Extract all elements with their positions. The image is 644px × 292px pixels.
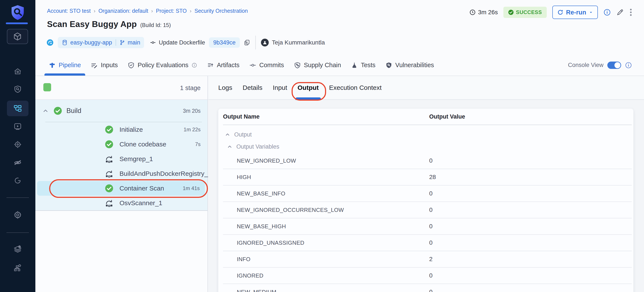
output-group-output[interactable]: Output (218, 128, 634, 140)
output-row-new_ignored_occurrences_low: NEW_IGNORED_OCCURRENCES_LOW0 (223, 202, 632, 218)
output-value: 0 (429, 157, 433, 164)
detail-tab-output[interactable]: Output (298, 76, 319, 100)
output-name: NEW_IGNORED_LOW (223, 158, 296, 164)
repo-branch-pill[interactable]: easy-buggy-app main (58, 37, 144, 48)
tab-vulnerabilities[interactable]: Vulnerabilities (386, 55, 434, 76)
detail-tab-label: Details (243, 84, 262, 91)
check-circle-icon (105, 140, 114, 149)
execution-info-button[interactable] (604, 9, 611, 16)
sidebar-item-targets[interactable] (0, 140, 35, 149)
git-branch-icon (120, 40, 125, 45)
tab-supply-chain[interactable]: Supply Chain (294, 55, 341, 76)
commit-message-row[interactable]: Update Dockerfile (150, 39, 205, 46)
pipeline-icon (49, 62, 56, 69)
gear-icon (13, 211, 22, 219)
sidebar-item-executions[interactable] (0, 122, 35, 130)
edit-pipeline-button[interactable] (616, 9, 624, 16)
sidebar-item-account-settings[interactable] (0, 263, 35, 272)
tab-policy-evaluations[interactable]: Policy Evaluations (128, 55, 197, 76)
tab-tests[interactable]: Tests (351, 55, 376, 76)
home-icon (14, 67, 22, 76)
sidebar-item-overview[interactable] (0, 85, 35, 93)
breadcrumb-link[interactable]: Project: STO (156, 8, 187, 14)
sidebar-item-pipelines[interactable] (0, 104, 35, 113)
console-view-toggle[interactable] (607, 62, 621, 69)
chevron-up-icon (225, 132, 230, 137)
clock-icon (469, 9, 476, 16)
detail-tab-label: Input (273, 84, 287, 91)
sidebar-item-project-settings[interactable] (0, 211, 35, 219)
trigger-webhook-icon (46, 39, 54, 46)
tab-label: Supply Chain (304, 62, 341, 69)
target-icon (14, 140, 22, 149)
breadcrumb-link[interactable]: Account: STO test (47, 8, 90, 14)
output-group-output-variables[interactable]: Output Variables (218, 140, 634, 153)
rerun-label: Re-run (566, 9, 586, 16)
sidebar-divider (6, 232, 29, 233)
duration-text: 3m 26s (478, 9, 498, 16)
pencil-icon (616, 9, 624, 16)
console-info-icon[interactable] (625, 62, 632, 69)
nav-active-indicator (6, 23, 28, 24)
step-name: BuildAndPushDockerRegistry_1 (120, 170, 212, 177)
step-row-semgrep-1[interactable]: Semgrep_1 (35, 152, 208, 166)
detail-tab-execution-context[interactable]: Execution Context (329, 76, 382, 100)
step-row-buildandpushdockerregistry-1[interactable]: BuildAndPushDockerRegistry_1 (35, 166, 208, 181)
tab-inputs[interactable]: Inputs (91, 55, 118, 76)
output-name: NEW_IGNORED_OCCURRENCES_LOW (223, 207, 344, 213)
eye-off-icon (13, 158, 22, 167)
detail-tab-logs[interactable]: Logs (218, 76, 232, 100)
stage-status-square[interactable] (43, 83, 51, 91)
rerun-icon (557, 9, 564, 16)
tab-label: Inputs (101, 62, 118, 69)
step-group-icon (105, 169, 114, 178)
copy-sha-button[interactable] (244, 39, 250, 46)
page-title: Scan Easy Buggy App (47, 20, 137, 29)
detail-tab-input[interactable]: Input (273, 76, 287, 100)
pill-separator (116, 39, 116, 46)
active-tab-underline (44, 73, 85, 76)
breadcrumb-link[interactable]: Organization: default (98, 8, 148, 14)
step-row-osvscanner-1[interactable]: OsvScanner_1 (35, 196, 208, 210)
step-row-clone-codebase[interactable]: Clone codebase7s (35, 137, 208, 152)
stage-step-list: Build3m 20sInitialize1m 22sClone codebas… (35, 100, 208, 211)
module-selector-button[interactable] (7, 29, 28, 44)
stage-count-label: 1 stage (180, 76, 200, 100)
breadcrumb-link[interactable]: Security Orchestration (194, 8, 248, 14)
sidebar-item-getting-started[interactable] (0, 177, 35, 185)
stage-name: Build (66, 107, 81, 115)
output-row-info: INFO2 (223, 251, 632, 268)
commit-sha-pill[interactable]: 9b349ce (209, 37, 240, 48)
sidebar-item-exemptions[interactable] (0, 158, 35, 167)
sidebar-item-home[interactable] (0, 67, 35, 76)
author-avatar (261, 39, 269, 46)
tab-commits[interactable]: Commits (249, 55, 284, 76)
step-row-container-scan[interactable]: Container Scan1m 41s (37, 181, 205, 196)
output-table-card: Output Name Output Value OutputOutput Va… (218, 109, 634, 292)
stage-row-build[interactable]: Build3m 20s (35, 100, 208, 122)
author-name: Teja Kummarikuntla (272, 39, 325, 46)
execution-header: Account: STO test›Organization: default›… (35, 0, 644, 76)
shield-search-icon (14, 85, 22, 93)
vulnerabilities-icon (386, 62, 392, 69)
detail-tab-details[interactable]: Details (243, 76, 262, 100)
step-name: OsvScanner_1 (120, 199, 162, 207)
tests-icon (351, 62, 358, 69)
more-options-button[interactable] (629, 8, 632, 17)
detail-tab-label: Logs (218, 84, 232, 91)
output-row-high: HIGH28 (223, 169, 632, 186)
sidebar-item-default-settings[interactable] (0, 245, 35, 253)
tab-label: Vulnerabilities (395, 62, 434, 69)
output-value: 0 (429, 223, 433, 230)
power-icon (14, 177, 22, 185)
success-check-icon (508, 10, 514, 15)
tab-artifacts[interactable]: Artifacts (207, 55, 240, 76)
output-name: IGNORED (223, 272, 263, 279)
rerun-button[interactable]: Re-run (552, 6, 598, 19)
step-group-icon (105, 199, 114, 207)
tab-pipeline[interactable]: Pipeline (49, 55, 81, 76)
output-name: NEW_BASE_INFO (223, 190, 285, 197)
step-row-initialize[interactable]: Initialize1m 22s (35, 122, 208, 137)
sto-shield-logo[interactable] (10, 4, 25, 21)
output-name: NEW_MEDIUM (223, 289, 276, 292)
